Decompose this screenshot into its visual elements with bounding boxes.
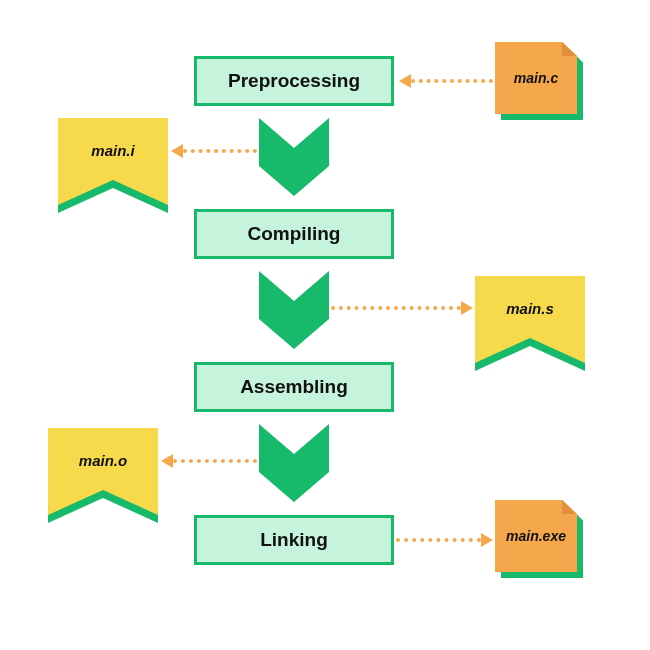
stage-assembling: Assembling — [194, 362, 394, 412]
file-object-label: main.o — [48, 428, 158, 492]
svg-marker-2 — [259, 424, 329, 502]
arrowhead-left-icon — [171, 144, 183, 158]
arrowhead-right-icon — [481, 533, 493, 547]
arrowhead-left-icon — [399, 74, 411, 88]
chevron-down-icon — [259, 271, 329, 331]
file-assembly-label: main.s — [475, 276, 585, 340]
file-preprocessed-label: main.i — [58, 118, 168, 182]
file-executable-label: main.exe — [495, 500, 577, 572]
file-executable: main.exe — [495, 500, 583, 578]
file-input-label: main.c — [495, 42, 577, 114]
connector-to-preprocessed — [183, 149, 257, 153]
chevron-down-icon — [259, 118, 329, 178]
file-input: main.c — [495, 42, 583, 120]
chevron-down-icon — [259, 424, 329, 484]
arrowhead-right-icon — [461, 301, 473, 315]
file-object: main.o — [48, 428, 158, 523]
svg-marker-1 — [259, 271, 329, 349]
connector-to-assembly — [331, 306, 461, 310]
file-preprocessed: main.i — [58, 118, 168, 213]
stage-compiling: Compiling — [194, 209, 394, 259]
connector-to-object — [173, 459, 257, 463]
svg-marker-0 — [259, 118, 329, 196]
connector-input-to-preprocessing — [411, 79, 493, 83]
arrowhead-left-icon — [161, 454, 173, 468]
stage-linking: Linking — [194, 515, 394, 565]
connector-to-executable — [396, 538, 481, 542]
file-assembly: main.s — [475, 276, 585, 371]
stage-preprocessing: Preprocessing — [194, 56, 394, 106]
